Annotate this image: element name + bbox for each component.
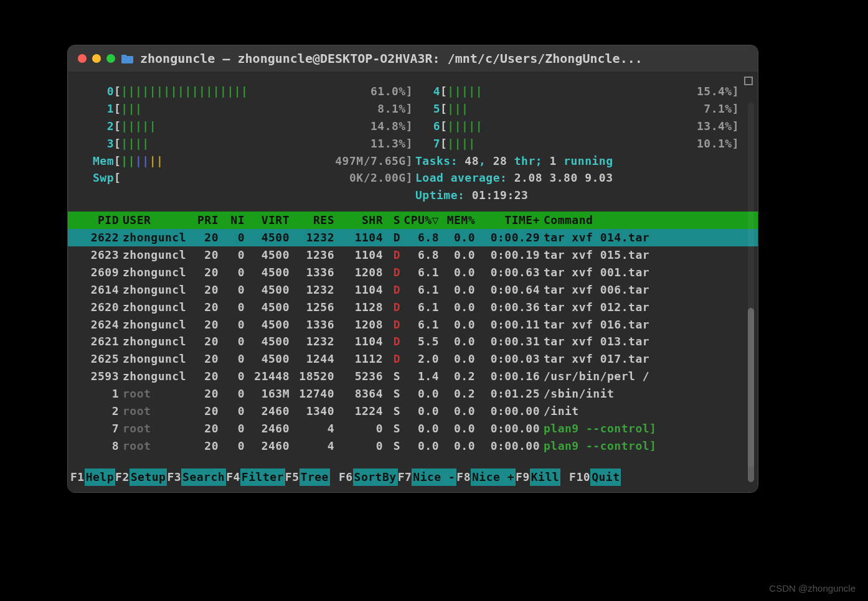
col-mem[interactable]: MEM% [439, 212, 475, 229]
flabel-tree[interactable]: Tree [300, 468, 330, 486]
process-row[interactable]: 2614zhonguncl200450012321104 D6.10.00:00… [68, 281, 758, 299]
zoom-icon[interactable] [106, 54, 115, 63]
col-pid[interactable]: PID [80, 212, 119, 229]
process-row[interactable]: 2593zhonguncl20021448185205236 S1.40.20:… [68, 368, 758, 385]
titlebar[interactable]: zhonguncle — zhonguncle@DESKTOP-O2HVA3R:… [68, 45, 758, 72]
load-stat: Load average: 2.08 3.80 9.03 [413, 169, 739, 187]
flabel-help[interactable]: Help [85, 468, 115, 486]
footer-bar: F1HelpF2SetupF3SearchF4FilterF5TreeF6Sor… [68, 468, 745, 486]
tasks-stat: Tasks: 48, 28 thr; 1 running [413, 152, 739, 170]
fkey-f1[interactable]: F1 [70, 468, 85, 486]
col-cpu[interactable]: CPU%▽ [400, 212, 439, 229]
close-icon[interactable] [78, 54, 87, 63]
uptime-stat: Uptime: 01:19:23 [413, 187, 739, 204]
flabel-sortby[interactable]: SortBy [353, 468, 398, 486]
col-res[interactable]: RES [290, 212, 334, 229]
process-row[interactable]: 8root200246040 S0.00.00:00.00plan9 --con… [68, 437, 758, 455]
window-title: zhonguncle — zhonguncle@DESKTOP-O2HVA3R:… [140, 51, 643, 66]
flabel-setup[interactable]: Setup [130, 468, 167, 486]
fkey-f6[interactable]: F6 [339, 468, 353, 486]
col-pri[interactable]: PRI [187, 212, 219, 229]
flabel-nice-+[interactable]: Nice + [471, 468, 516, 486]
cpu-meter-3: 3[||||11.3%] [87, 135, 413, 152]
col-ni[interactable]: NI [219, 212, 245, 229]
cpu-meter-1: 1[|||8.1%] [87, 100, 413, 118]
maximize-icon[interactable] [744, 77, 753, 85]
watermark: CSDN @zhonguncle [769, 583, 856, 594]
process-header[interactable]: PID USER PRI NI VIRT RES SHR S CPU%▽ MEM… [68, 212, 758, 229]
cpu-meter-2: 2[|||||14.8%] [87, 118, 413, 135]
flabel-kill[interactable]: Kill [530, 468, 560, 486]
fkey-f10[interactable]: F10 [569, 468, 590, 486]
flabel-search[interactable]: Search [181, 468, 226, 486]
terminal-body[interactable]: 0[||||||||||||||||||61.0%]1[|||8.1%]2[||… [68, 72, 758, 492]
mem-meter: Mem[||||||497M/7.65G] [87, 152, 413, 170]
col-cmd[interactable]: Command [540, 212, 758, 229]
cpu-meter-4: 4[|||||15.4%] [413, 83, 739, 100]
process-row[interactable]: 2609zhonguncl200450013361208 D6.10.00:00… [68, 264, 758, 281]
fkey-f8[interactable]: F8 [456, 468, 471, 486]
cpu-meter-5: 5[|||7.1%] [413, 100, 739, 118]
process-row[interactable]: 2623zhonguncl200450012361104 D6.80.00:00… [68, 246, 758, 264]
process-row[interactable]: 7root200246040 S0.00.00:00.00plan9 --con… [68, 420, 758, 437]
folder-icon [121, 54, 134, 63]
traffic-lights [78, 54, 115, 63]
process-row[interactable]: 2622zhonguncl200450012321104 D6.80.00:00… [68, 229, 758, 246]
col-user[interactable]: USER [119, 212, 187, 229]
flabel-quit[interactable]: Quit [590, 468, 621, 486]
terminal-window: zhonguncle — zhonguncle@DESKTOP-O2HVA3R:… [67, 45, 758, 493]
process-row[interactable]: 2620zhonguncl200450012561128 D6.10.00:00… [68, 299, 758, 316]
fkey-f7[interactable]: F7 [398, 468, 412, 486]
process-row[interactable]: 2624zhonguncl200450013361208 D6.10.00:00… [68, 316, 758, 333]
cpu-meter-0: 0[||||||||||||||||||61.0%] [87, 83, 413, 100]
col-shr[interactable]: SHR [334, 212, 383, 229]
fkey-f2[interactable]: F2 [115, 468, 130, 486]
process-row[interactable]: 2root200246013401224 S0.00.00:00.00/init [68, 403, 758, 420]
scroll-thumb[interactable] [748, 308, 754, 482]
process-row[interactable]: 2625zhonguncl200450012441112 D2.00.00:00… [68, 350, 758, 368]
fkey-f5[interactable]: F5 [285, 468, 300, 486]
cpu-meter-6: 6[|||||13.4%] [413, 118, 739, 135]
process-row[interactable]: 2621zhonguncl200450012321104 D5.50.00:00… [68, 333, 758, 350]
fkey-f3[interactable]: F3 [167, 468, 181, 486]
process-list[interactable]: 2622zhonguncl200450012321104 D6.80.00:00… [68, 229, 758, 455]
process-row[interactable]: 1root200163M127408364 S0.00.20:01.25/sbi… [68, 385, 758, 403]
col-time[interactable]: TIME+ [475, 212, 540, 229]
flabel-nice--[interactable]: Nice - [412, 468, 456, 486]
swap-meter: Swp[0K/2.00G] [87, 169, 413, 187]
meters-panel: 0[||||||||||||||||||61.0%]1[|||8.1%]2[||… [68, 83, 758, 204]
minimize-icon[interactable] [92, 54, 101, 63]
col-virt[interactable]: VIRT [245, 212, 290, 229]
fkey-f9[interactable]: F9 [516, 468, 530, 486]
scrollbar[interactable] [748, 103, 754, 467]
col-s[interactable]: S [383, 212, 400, 229]
fkey-f4[interactable]: F4 [226, 468, 240, 486]
cpu-meter-7: 7[||||10.1%] [413, 135, 739, 152]
flabel-filter[interactable]: Filter [240, 468, 285, 486]
